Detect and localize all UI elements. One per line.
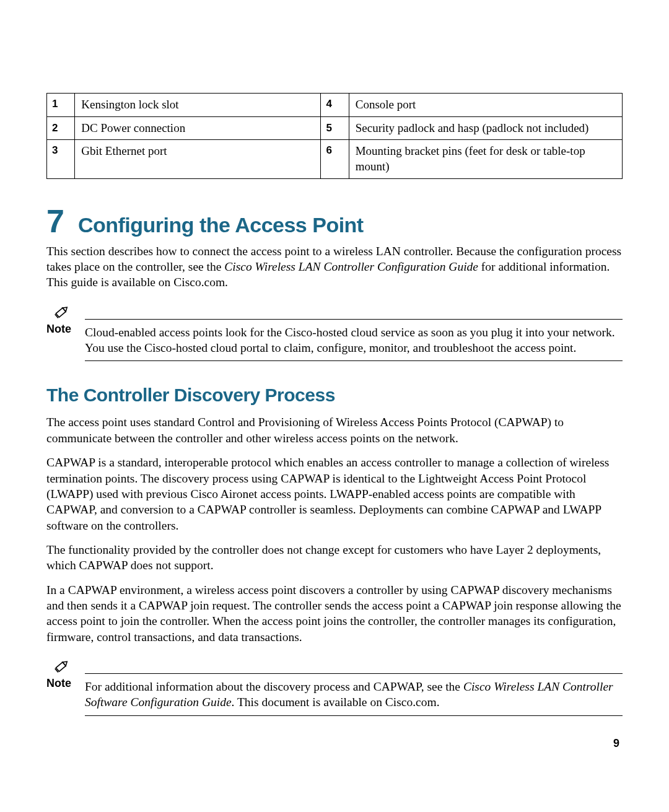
note-text-1: Cloud-enabled access points look for the… (85, 319, 623, 362)
table-row: 2DC Power connection5Security padlock an… (47, 116, 623, 140)
pencil-icon (53, 304, 70, 320)
note-left-1: Note (46, 304, 79, 336)
chapter-title: Configuring the Access Point (78, 213, 364, 237)
callout-desc: Gbit Ethernet port (75, 140, 321, 178)
table-row: 1Kensington lock slot4Console port (47, 94, 623, 117)
chapter-intro: This section describes how to connect th… (46, 243, 623, 290)
callout-table: 1Kensington lock slot4Console port2DC Po… (46, 93, 623, 179)
note-block-2: Note For additional information about th… (46, 658, 623, 716)
note-text-2: For additional information about the dis… (85, 673, 623, 716)
callout-num: 5 (321, 116, 349, 140)
section-p4: In a CAPWAP environment, a wireless acce… (46, 582, 623, 645)
callout-desc: Kensington lock slot (75, 94, 321, 117)
note-label-2: Note (46, 677, 79, 690)
chapter-intro-italic: Cisco Wireless LAN Controller Configurat… (224, 260, 478, 273)
pencil-icon (53, 658, 70, 674)
callout-num: 6 (321, 140, 349, 178)
callout-desc: Mounting bracket pins (feet for desk or … (349, 140, 622, 178)
callout-desc: Console port (349, 94, 622, 117)
callout-desc: DC Power connection (75, 116, 321, 140)
note2-post: . This document is available on Cisco.co… (232, 696, 440, 709)
table-row: 3Gbit Ethernet port6Mounting bracket pin… (47, 140, 623, 178)
note-left-2: Note (46, 658, 79, 690)
document-page: 1Kensington lock slot4Console port2DC Po… (0, 0, 669, 812)
note2-pre: For additional information about the dis… (85, 680, 463, 693)
section-p3: The functionality provided by the contro… (46, 542, 623, 574)
callout-desc: Security padlock and hasp (padlock not i… (349, 116, 622, 140)
section-p2: CAPWAP is a standard, interoperable prot… (46, 455, 623, 533)
note-block-1: Note Cloud-enabled access points look fo… (46, 304, 623, 362)
section-p1: The access point uses standard Control a… (46, 414, 623, 446)
callout-num: 4 (321, 94, 349, 117)
callout-num: 2 (47, 116, 75, 140)
section-title: The Controller Discovery Process (46, 385, 623, 406)
svg-marker-1 (63, 305, 69, 312)
svg-marker-4 (63, 660, 69, 666)
callout-num: 3 (47, 140, 75, 178)
chapter-number: 7 (46, 203, 64, 239)
page-number: 9 (613, 737, 619, 750)
chapter-heading: 7 Configuring the Access Point (46, 205, 623, 237)
note-label-1: Note (46, 323, 79, 336)
callout-num: 1 (47, 94, 75, 117)
